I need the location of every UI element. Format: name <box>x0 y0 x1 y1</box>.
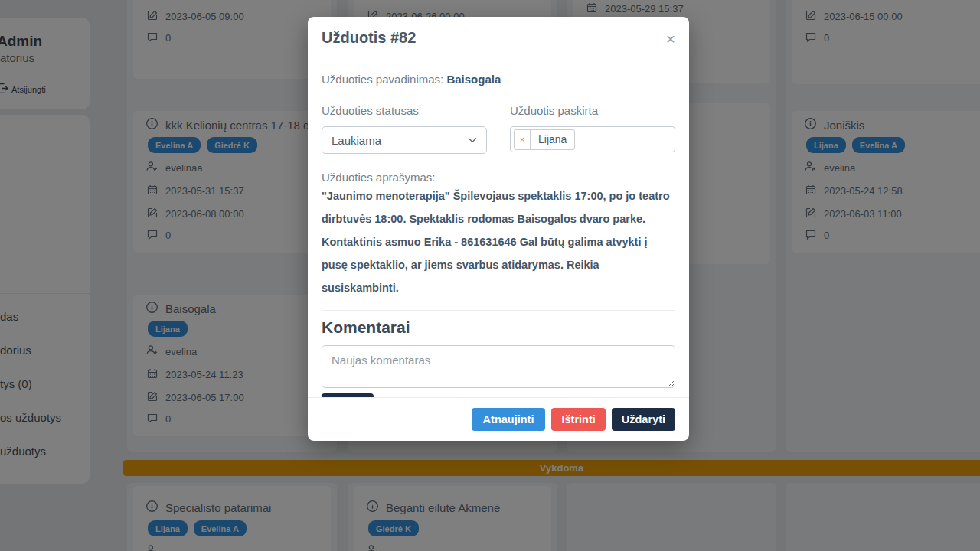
close-button[interactable]: Uždaryti <box>612 408 675 431</box>
description-label: Užduoties aprašymas: <box>322 171 675 184</box>
task-modal: Užduotis #82 × Užduoties pavadinimas: Ba… <box>308 17 689 441</box>
chevron-down-icon <box>468 137 477 143</box>
new-comment-input[interactable] <box>322 345 675 388</box>
description-text: "Jaunimo menoterapija" Špilevojaus spekt… <box>322 184 675 299</box>
delete-button[interactable]: Ištrinti <box>551 408 605 431</box>
task-name-value: Baisogala <box>446 73 501 86</box>
status-select[interactable]: Laukiama <box>322 126 487 154</box>
assigned-label: Užduotis paskirta <box>510 104 675 117</box>
tag-label: Lijana <box>531 133 574 145</box>
modal-title: Užduotis #82 <box>322 29 416 47</box>
tag-remove-icon[interactable]: × <box>514 130 531 149</box>
assigned-tag-input[interactable]: × Lijana <box>510 126 675 152</box>
task-name-label: Užduoties pavadinimas: <box>322 73 443 86</box>
status-select-value: Laukiama <box>332 134 381 147</box>
status-label: Užduoties statusas <box>322 104 487 117</box>
divider <box>322 310 675 311</box>
close-icon[interactable]: × <box>666 29 675 47</box>
comments-heading: Komentarai <box>322 318 675 337</box>
assignee-tag-chip: × Lijana <box>514 129 575 150</box>
update-button[interactable]: Atnaujinti <box>472 408 546 431</box>
modal-footer: Atnaujinti Ištrinti Uždaryti <box>308 397 689 441</box>
modal-body: Užduoties pavadinimas: Baisogala Užduoti… <box>308 57 689 397</box>
modal-header: Užduotis #82 × <box>308 17 689 57</box>
